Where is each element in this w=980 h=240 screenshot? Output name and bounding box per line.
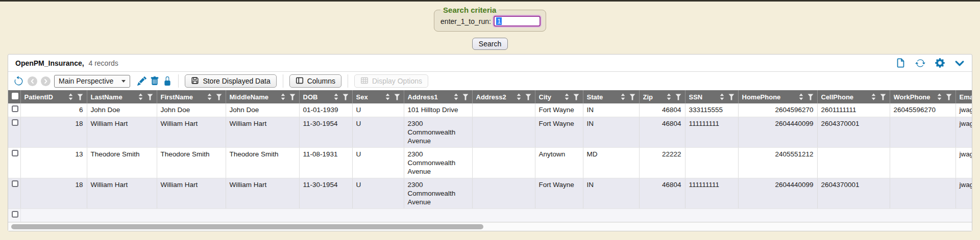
filter-icon[interactable] bbox=[880, 94, 886, 100]
column-header-email[interactable]: Email bbox=[955, 90, 972, 103]
column-header-homephone[interactable]: HomePhone bbox=[738, 90, 817, 103]
sort-icon[interactable] bbox=[620, 93, 626, 100]
cell-city: Anytown bbox=[535, 147, 583, 178]
column-header-workphone[interactable]: WorkPhone bbox=[890, 90, 955, 103]
columns-button[interactable]: Columns bbox=[289, 74, 341, 88]
filter-icon[interactable] bbox=[946, 94, 952, 100]
cell-city: Fort Wayne bbox=[535, 117, 583, 147]
undo-icon[interactable] bbox=[13, 76, 24, 87]
scrollbar-thumb[interactable] bbox=[11, 224, 483, 229]
save-floppy-icon bbox=[191, 76, 199, 86]
column-header-ssn[interactable]: SSN bbox=[685, 90, 738, 103]
sort-icon[interactable] bbox=[870, 93, 877, 100]
filter-icon[interactable] bbox=[147, 94, 153, 100]
cell-firstname: John Doe bbox=[157, 103, 226, 117]
cell-cellphone: 2604370001 bbox=[817, 117, 890, 147]
enter-1-to-run-input[interactable]: 1 bbox=[494, 16, 541, 26]
column-header-patientid[interactable]: PatientID bbox=[20, 90, 87, 103]
lock-icon[interactable] bbox=[163, 76, 172, 86]
nav-forward-icon[interactable] bbox=[41, 76, 51, 86]
perspective-select[interactable]: Main Perspective bbox=[54, 75, 130, 88]
row-checkbox[interactable] bbox=[12, 105, 18, 112]
cell-middlename: Theodore Smith bbox=[226, 147, 299, 178]
empty-entry-row bbox=[8, 208, 972, 222]
column-header-lastname[interactable]: LastName bbox=[87, 90, 157, 103]
filter-icon[interactable] bbox=[77, 94, 83, 100]
search-criteria-fieldset: Search criteria enter_1_to_run: 1 bbox=[434, 6, 546, 32]
sort-icon[interactable] bbox=[719, 93, 725, 100]
sort-icon[interactable] bbox=[206, 93, 213, 100]
cell-state: IN bbox=[583, 103, 639, 117]
edit-pencil-icon[interactable] bbox=[137, 76, 146, 86]
row-checkbox[interactable] bbox=[12, 150, 18, 156]
settings-gear-icon[interactable] bbox=[935, 58, 945, 68]
sort-icon[interactable] bbox=[798, 93, 804, 100]
filter-icon[interactable] bbox=[629, 94, 635, 100]
filter-icon[interactable] bbox=[462, 94, 469, 100]
filter-icon[interactable] bbox=[525, 94, 531, 100]
column-header-zip[interactable]: Zip bbox=[639, 90, 685, 103]
refresh-icon[interactable] bbox=[915, 58, 925, 68]
cell-address2 bbox=[472, 103, 535, 117]
table-row: 6John DoeJohn DoeJohn Doe01-01-1939U101 … bbox=[8, 103, 972, 117]
search-button[interactable]: Search bbox=[472, 38, 508, 50]
select-all-checkbox[interactable] bbox=[12, 93, 18, 99]
collapse-chevron-down-icon[interactable] bbox=[954, 58, 965, 68]
sort-icon[interactable] bbox=[280, 93, 286, 100]
delete-trash-icon[interactable] bbox=[150, 76, 159, 86]
row-checkbox[interactable] bbox=[12, 119, 18, 126]
column-header-address1[interactable]: Address1 bbox=[404, 90, 472, 103]
filter-icon[interactable] bbox=[807, 94, 814, 100]
column-label: WorkPhone bbox=[894, 93, 933, 101]
sort-icon[interactable] bbox=[384, 93, 391, 100]
cell-cellphone bbox=[817, 147, 890, 178]
column-header-sex[interactable]: Sex bbox=[352, 90, 404, 103]
horizontal-scrollbar[interactable] bbox=[8, 222, 972, 231]
cell-firstname: William Hart bbox=[157, 178, 226, 208]
sort-icon[interactable] bbox=[564, 93, 570, 100]
sort-icon[interactable] bbox=[516, 93, 522, 100]
panel-title: OpenPM_Insurance, 4 records bbox=[15, 59, 118, 67]
row-checkbox[interactable] bbox=[12, 180, 18, 187]
column-label: State bbox=[587, 93, 617, 101]
cell-zip: 22222 bbox=[639, 147, 685, 178]
column-header-cellphone[interactable]: CellPhone bbox=[817, 90, 890, 103]
cell-workphone bbox=[890, 147, 955, 178]
filter-icon[interactable] bbox=[728, 94, 734, 100]
column-header-state[interactable]: State bbox=[583, 90, 639, 103]
filter-icon[interactable] bbox=[289, 94, 296, 100]
cell-patientid: 13 bbox=[20, 147, 87, 178]
sort-icon[interactable] bbox=[67, 93, 74, 100]
filter-icon[interactable] bbox=[216, 94, 222, 100]
column-header-city[interactable]: City bbox=[535, 90, 583, 103]
cell-address2 bbox=[472, 147, 535, 178]
column-label: SSN bbox=[689, 93, 716, 101]
cell-lastname: William Hart bbox=[87, 178, 157, 208]
cell-patientid: 18 bbox=[20, 178, 87, 208]
row-checkbox[interactable] bbox=[12, 211, 18, 218]
column-label: MiddleName bbox=[230, 93, 277, 101]
cell-dob: 11-30-1954 bbox=[299, 117, 352, 147]
filter-icon[interactable] bbox=[394, 94, 400, 100]
cell-middlename: John Doe bbox=[226, 103, 299, 117]
column-header-middlename[interactable]: MiddleName bbox=[226, 90, 299, 103]
sort-icon[interactable] bbox=[936, 93, 943, 100]
nav-back-icon[interactable] bbox=[28, 76, 37, 86]
filter-icon[interactable] bbox=[342, 94, 349, 100]
filter-icon[interactable] bbox=[675, 94, 681, 100]
sort-icon[interactable] bbox=[453, 93, 459, 100]
toolbar-separator bbox=[283, 74, 283, 88]
new-document-icon[interactable] bbox=[896, 58, 905, 68]
column-header-address2[interactable]: Address2 bbox=[472, 90, 535, 103]
panel-header: OpenPM_Insurance, 4 records bbox=[8, 55, 972, 72]
column-header-dob[interactable]: DOB bbox=[299, 90, 352, 103]
sort-icon[interactable] bbox=[333, 93, 339, 100]
display-options-button[interactable]: Display Options bbox=[354, 74, 428, 88]
column-label: Sex bbox=[356, 93, 381, 101]
filter-icon[interactable] bbox=[573, 94, 579, 100]
store-displayed-data-button[interactable]: Store Displayed Data bbox=[185, 74, 276, 88]
sort-icon[interactable] bbox=[137, 93, 144, 100]
sort-icon[interactable] bbox=[666, 93, 672, 100]
column-header-firstname[interactable]: FirstName bbox=[157, 90, 226, 103]
display-grid-icon bbox=[360, 76, 369, 86]
